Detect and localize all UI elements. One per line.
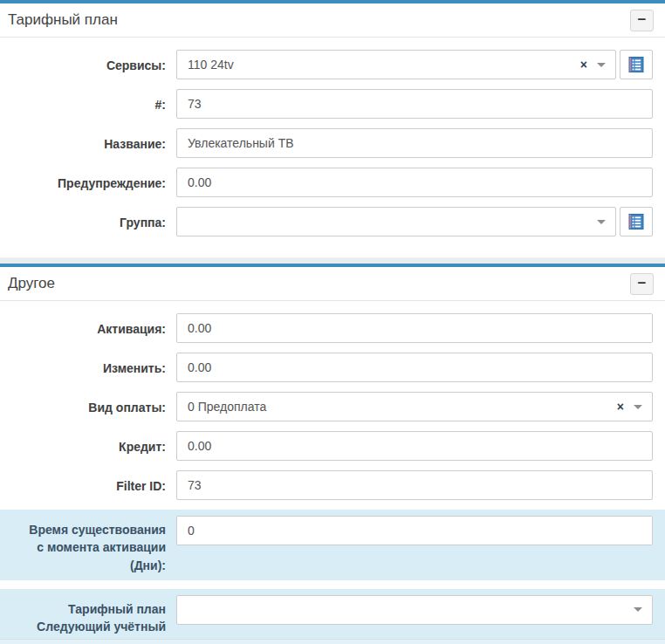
services-select[interactable]: 110 24tv ×	[176, 50, 616, 79]
panel-tariff-body: Сервисы: 110 24tv ×	[0, 38, 665, 249]
caret-down-icon[interactable]	[597, 220, 606, 224]
panel-tariff: Тарифный план − Сервисы: 110 24tv ×	[0, 3, 665, 249]
row-warning: Предупреждение:	[0, 168, 665, 197]
next-period-select[interactable]	[176, 595, 653, 625]
row-services: Сервисы: 110 24tv ×	[0, 50, 665, 79]
caret-down-icon[interactable]	[634, 607, 642, 612]
payment-type-label: Вид оплаты:	[0, 392, 176, 421]
panel-tariff-header: Тарифный план −	[0, 3, 665, 38]
lifetime-input[interactable]	[176, 516, 653, 545]
group-label: Группа:	[0, 207, 176, 236]
row-id: #:	[0, 89, 665, 119]
group-select[interactable]	[176, 207, 616, 236]
name-label: Название:	[0, 128, 176, 158]
change-label: Изменить:	[0, 353, 176, 382]
credit-label: Кредит:	[0, 431, 176, 461]
next-panel-edge	[0, 639, 665, 644]
clear-icon[interactable]: ×	[617, 401, 624, 413]
name-input[interactable]	[176, 128, 653, 158]
panel-other-header: Другое −	[0, 267, 665, 301]
filter-id-input[interactable]	[176, 470, 653, 500]
row-credit: Кредит:	[0, 431, 665, 461]
list-icon	[628, 57, 644, 72]
row-lifetime: Время существования с момента активации …	[0, 510, 665, 580]
lifetime-label: Время существования с момента активации …	[0, 516, 176, 574]
next-period-label: Тарифный план Следующий учётный период:	[0, 595, 176, 644]
activation-input[interactable]	[176, 313, 653, 343]
credit-input[interactable]	[176, 431, 653, 461]
clear-icon[interactable]: ×	[580, 58, 587, 71]
id-label: #:	[0, 89, 176, 119]
services-list-button[interactable]	[620, 50, 653, 79]
row-change: Изменить:	[0, 353, 665, 382]
filter-id-label: Filter ID:	[0, 470, 176, 500]
collapse-minus-icon[interactable]: −	[630, 10, 654, 31]
row-next-period: Тарифный план Следующий учётный период:	[0, 589, 665, 644]
group-list-button[interactable]	[620, 207, 653, 236]
panel-divider	[0, 257, 665, 264]
services-select-value: 110 24tv	[188, 58, 580, 72]
row-name: Название:	[0, 128, 665, 158]
change-input[interactable]	[176, 353, 653, 382]
panel-other-body: Активация: Изменить: Вид оплаты: 0 Предо…	[0, 301, 665, 644]
caret-down-icon[interactable]	[597, 63, 606, 67]
activation-label: Активация:	[0, 313, 176, 343]
caret-down-icon[interactable]	[634, 405, 642, 409]
row-group: Группа:	[0, 207, 665, 236]
panel-other: Другое − Активация: Изменить: Вид оплаты…	[0, 267, 665, 644]
list-icon	[628, 214, 644, 230]
warning-label: Предупреждение:	[0, 168, 176, 197]
panel-title: Тарифный план	[8, 11, 118, 29]
row-activation: Активация:	[0, 313, 665, 343]
payment-type-select[interactable]: 0 Предоплата ×	[176, 392, 653, 421]
services-label: Сервисы:	[0, 50, 176, 79]
row-filter-id: Filter ID:	[0, 470, 665, 500]
id-input[interactable]	[176, 89, 653, 119]
collapse-minus-icon[interactable]: −	[630, 273, 654, 295]
payment-type-select-value: 0 Предоплата	[188, 400, 617, 414]
row-payment-type: Вид оплаты: 0 Предоплата ×	[0, 392, 665, 421]
panel-title: Другое	[8, 275, 55, 292]
warning-input[interactable]	[176, 168, 653, 197]
